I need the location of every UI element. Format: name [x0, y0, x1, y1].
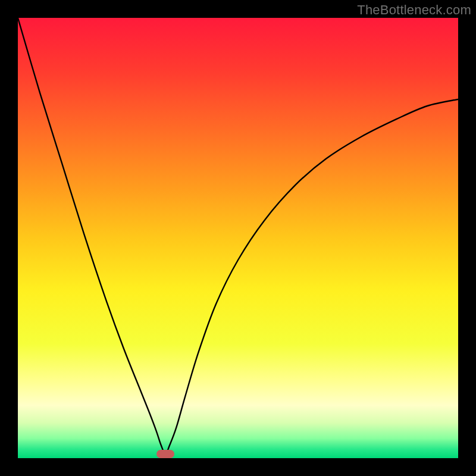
plot-area [18, 18, 458, 458]
chart-frame: TheBottleneck.com [0, 0, 476, 476]
watermark-text: TheBottleneck.com [357, 2, 471, 18]
bottleneck-curve [18, 18, 458, 454]
bottleneck-minimum-marker [156, 450, 174, 458]
curve-layer [18, 18, 458, 458]
